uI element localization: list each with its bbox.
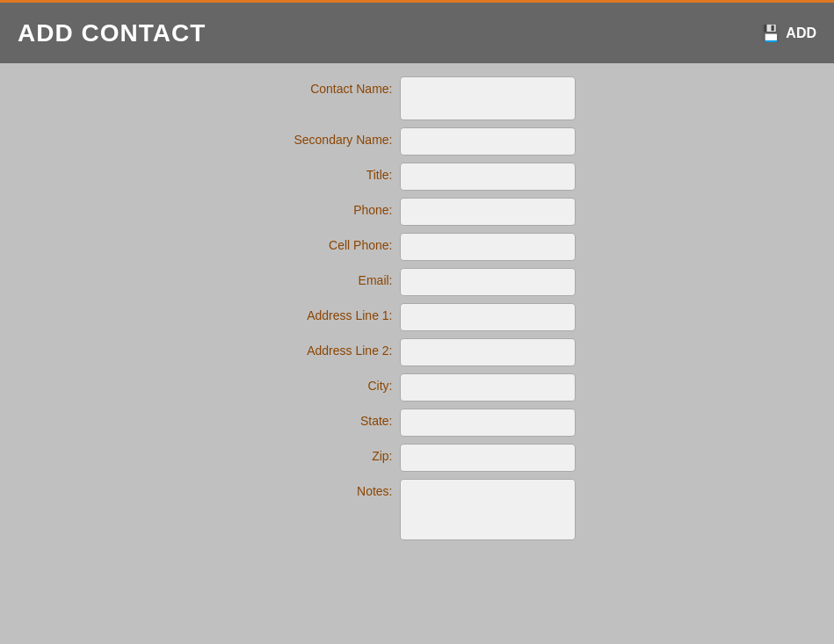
field-row-contact-name: Contact Name: bbox=[0, 76, 834, 120]
form-container: Contact Name: Secondary Name: Title: Pho… bbox=[0, 63, 834, 561]
field-row-city: City: bbox=[0, 373, 834, 402]
add-button[interactable]: 💾 ADD bbox=[761, 24, 816, 43]
field-row-phone: Phone: bbox=[0, 198, 834, 226]
page-header: ADD CONTACT 💾 ADD bbox=[0, 0, 834, 63]
field-row-state: State: bbox=[0, 409, 834, 437]
label-state: State: bbox=[259, 409, 400, 428]
input-state[interactable] bbox=[400, 409, 576, 437]
page-title: ADD CONTACT bbox=[18, 19, 206, 47]
input-secondary-name[interactable] bbox=[400, 127, 576, 156]
field-row-cell-phone: Cell Phone: bbox=[0, 233, 834, 261]
input-email[interactable] bbox=[400, 268, 576, 296]
field-row-address-line-1: Address Line 1: bbox=[0, 303, 834, 331]
field-row-secondary-name: Secondary Name: bbox=[0, 127, 834, 156]
input-contact-name[interactable] bbox=[400, 76, 576, 120]
label-zip: Zip: bbox=[259, 444, 400, 463]
input-city[interactable] bbox=[400, 373, 576, 402]
label-address-line-1: Address Line 1: bbox=[259, 303, 400, 322]
label-contact-name: Contact Name: bbox=[259, 76, 400, 96]
field-row-notes: Notes: bbox=[0, 479, 834, 540]
label-email: Email: bbox=[259, 268, 400, 287]
input-zip[interactable] bbox=[400, 444, 576, 472]
input-notes[interactable] bbox=[400, 479, 576, 540]
field-row-email: Email: bbox=[0, 268, 834, 296]
input-address-line-1[interactable] bbox=[400, 303, 576, 331]
label-title: Title: bbox=[259, 163, 400, 182]
input-title[interactable] bbox=[400, 163, 576, 191]
label-city: City: bbox=[259, 373, 400, 393]
label-notes: Notes: bbox=[259, 479, 400, 498]
label-secondary-name: Secondary Name: bbox=[259, 127, 400, 147]
label-cell-phone: Cell Phone: bbox=[259, 233, 400, 252]
input-cell-phone[interactable] bbox=[400, 233, 576, 261]
field-row-address-line-2: Address Line 2: bbox=[0, 338, 834, 366]
input-phone[interactable] bbox=[400, 198, 576, 226]
label-phone: Phone: bbox=[259, 198, 400, 217]
field-row-zip: Zip: bbox=[0, 444, 834, 472]
field-row-title: Title: bbox=[0, 163, 834, 191]
label-address-line-2: Address Line 2: bbox=[259, 338, 400, 358]
save-icon: 💾 bbox=[761, 24, 780, 43]
input-address-line-2[interactable] bbox=[400, 338, 576, 366]
add-button-label: ADD bbox=[786, 25, 816, 41]
